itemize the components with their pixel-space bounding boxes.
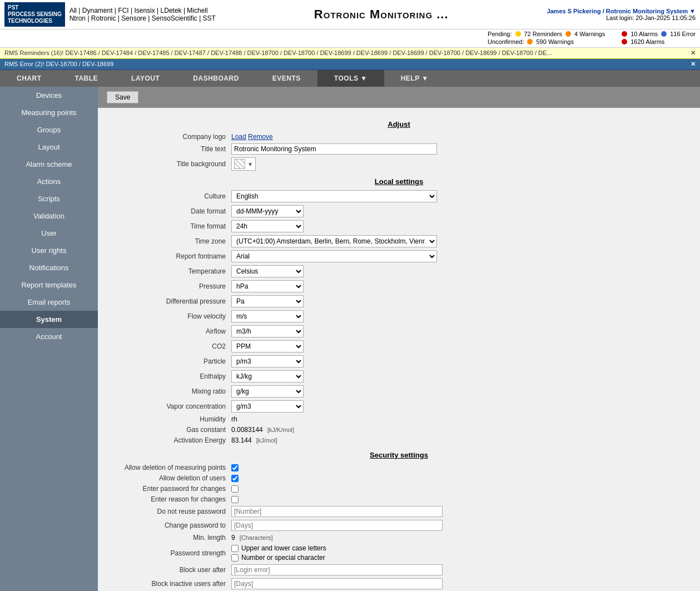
enthalpy-select[interactable]: kJ/kg BTU/lb [231, 370, 304, 383]
sidebar-item-validation[interactable]: Validation [0, 207, 98, 225]
nav-help[interactable]: HELP ▼ [384, 70, 445, 87]
report-fontname-select[interactable]: Arial Times New Roman Calibri [231, 250, 437, 262]
no-reuse-control [231, 506, 443, 517]
sidebar-item-layout[interactable]: Layout [0, 138, 98, 156]
min-length-control: 9 [Characters] [231, 534, 443, 542]
block-user-control [231, 564, 443, 575]
mixing-ratio-label: Mixing ratio [109, 388, 231, 395]
reminders-close-icon[interactable]: ✕ [691, 49, 696, 57]
nav-table[interactable]: TABLE [58, 70, 115, 87]
enter-password-checkbox[interactable] [231, 485, 239, 493]
enthalpy-control: kJ/kg BTU/lb [231, 370, 443, 383]
nav-links-line1: All | Dynament | FCI | Isensix | LDetek … [69, 7, 216, 14]
sidebar-item-measuring-points[interactable]: Measuring points [0, 104, 98, 121]
airflow-row: Airflow m3/h l/s ft3/h [109, 325, 689, 337]
password-strength-control: Upper and lower case letters Number or s… [231, 544, 326, 562]
chevron-down-icon[interactable]: ▼ [247, 161, 253, 167]
min-length-label: Min. length [109, 534, 231, 542]
vapor-concentration-control: g/m3 g/l [231, 400, 443, 413]
co2-select[interactable]: PPM g/m3 [231, 340, 304, 352]
pst-logo: PSTPROCESS SENSINGTECHNOLOGIES [4, 2, 65, 27]
change-password-row: Change password to [109, 520, 689, 531]
change-password-input[interactable] [231, 520, 443, 531]
particle-select[interactable]: p/m3 p/l [231, 355, 304, 367]
allow-deletion-users-label: Allow deletion of users [109, 474, 231, 482]
activation-energy-label: Activation Energy [109, 436, 231, 444]
min-length-unit: [Characters] [240, 534, 273, 541]
pressure-select[interactable]: hPa mbar Pa kPa [231, 280, 304, 292]
gas-constant-value: 0.0083144 [231, 426, 263, 434]
culture-control: English German French Spanish [231, 190, 443, 202]
title-bg-picker[interactable]: ▼ [231, 157, 256, 171]
rms-error-text: RMS Error (2)! DEV-18700 / DEV-18699 [4, 61, 113, 68]
sidebar-item-scripts[interactable]: Scripts [0, 190, 98, 207]
time-zone-control: (UTC+01:00) Amsterdam, Berlin, Bern, Rom… [231, 235, 443, 247]
company-logo-row: Company logo Load Remove [109, 133, 689, 141]
sidebar-item-account[interactable]: Account [0, 328, 98, 345]
humidity-value: rh [231, 415, 237, 423]
allow-deletion-users-checkbox[interactable] [231, 475, 239, 482]
temperature-select[interactable]: Celsius Fahrenheit Kelvin [231, 265, 304, 277]
allow-deletion-mp-label: Allow deletion of measuring points [109, 464, 231, 471]
rms-error-bar: RMS Error (2)! DEV-18700 / DEV-18699 ✕ [0, 59, 700, 70]
load-link[interactable]: Load [231, 133, 246, 141]
temperature-label: Temperature [109, 267, 231, 275]
sidebar-item-report-templates[interactable]: Report templates [0, 276, 98, 294]
status-unconfirmed: Unconfirmed: 590 Warnings [488, 38, 605, 45]
alarms1-count: 10 Alarms [631, 31, 658, 37]
diff-pressure-select[interactable]: Pa hPa mbar [231, 295, 304, 307]
status-alarms1: 10 Alarms 116 Error [622, 31, 696, 37]
warnings1-dot [565, 31, 571, 37]
sidebar-item-user-rights[interactable]: User rights [0, 242, 98, 259]
sidebar-item-groups[interactable]: Groups [0, 121, 98, 138]
sidebar-item-actions[interactable]: Actions [0, 173, 98, 190]
temperature-row: Temperature Celsius Fahrenheit Kelvin [109, 265, 689, 277]
allow-deletion-mp-checkbox[interactable] [231, 464, 239, 471]
sidebar-item-system[interactable]: System [0, 311, 98, 328]
vapor-concentration-select[interactable]: g/m3 g/l [231, 400, 304, 413]
alarms2-count: 1620 Alarms [631, 38, 664, 45]
nav-layout[interactable]: LAYOUT [115, 70, 176, 87]
nav-events[interactable]: EVENTS [256, 70, 317, 87]
pw-number-special-checkbox[interactable] [231, 554, 239, 562]
sidebar-item-alarm-scheme[interactable]: Alarm scheme [0, 156, 98, 173]
alarms2-dot [622, 39, 627, 44]
vapor-concentration-label: Vapor concentration [109, 403, 231, 410]
airflow-select[interactable]: m3/h l/s ft3/h [231, 325, 304, 337]
block-inactive-input[interactable] [231, 578, 443, 589]
user-info[interactable]: James S Pickering / Rotronic Monitoring … [547, 8, 696, 14]
activation-energy-row: Activation Energy 83.144 [kJ/mol] [109, 436, 689, 444]
block-user-input[interactable] [231, 564, 443, 575]
mixing-ratio-control: g/kg gr/lb [231, 385, 443, 398]
rms-reminders-text: RMS Reminders (16)! DEV-17486 / DEV-1748… [4, 49, 552, 57]
report-fontname-control: Arial Times New Roman Calibri [231, 250, 443, 262]
sidebar-item-devices[interactable]: Devices [0, 87, 98, 104]
sidebar-item-email-reports[interactable]: Email reports [0, 294, 98, 311]
sidebar-item-user[interactable]: User [0, 225, 98, 242]
enter-reason-checkbox[interactable] [231, 496, 239, 503]
particle-row: Particle p/m3 p/l [109, 355, 689, 367]
sidebar-item-notifications[interactable]: Notifications [0, 259, 98, 276]
title-text-input[interactable] [231, 143, 437, 155]
culture-select[interactable]: English German French Spanish [231, 190, 437, 202]
pw-upper-lower-checkbox[interactable] [231, 545, 239, 552]
time-zone-select[interactable]: (UTC+01:00) Amsterdam, Berlin, Bern, Rom… [231, 235, 437, 247]
save-bar: Save [98, 87, 700, 108]
allow-deletion-users-control [231, 475, 239, 482]
time-format-select[interactable]: 24h 12h [231, 220, 304, 232]
gas-constant-label: Gas constant [109, 426, 231, 434]
time-zone-row: Time zone (UTC+01:00) Amsterdam, Berlin,… [109, 235, 689, 247]
no-reuse-input[interactable] [231, 506, 443, 517]
remove-link[interactable]: Remove [248, 133, 273, 141]
nav-tools[interactable]: TOOLS ▼ [317, 70, 384, 87]
mixing-ratio-select[interactable]: g/kg gr/lb [231, 385, 304, 398]
flow-velocity-select[interactable]: m/s ft/s km/h [231, 310, 304, 322]
pressure-row: Pressure hPa mbar Pa kPa [109, 280, 689, 292]
nav-dashboard[interactable]: DASHBOARD [176, 70, 256, 87]
nav-chart[interactable]: CHART [0, 70, 58, 87]
error-close-icon[interactable]: ✕ [691, 61, 696, 68]
date-format-select[interactable]: dd-MMM-yyyy MM/dd/yyyy dd/MM/yyyy [231, 205, 304, 217]
particle-label: Particle [109, 357, 231, 365]
save-button[interactable]: Save [107, 91, 138, 103]
humidity-control: rh [231, 415, 443, 423]
